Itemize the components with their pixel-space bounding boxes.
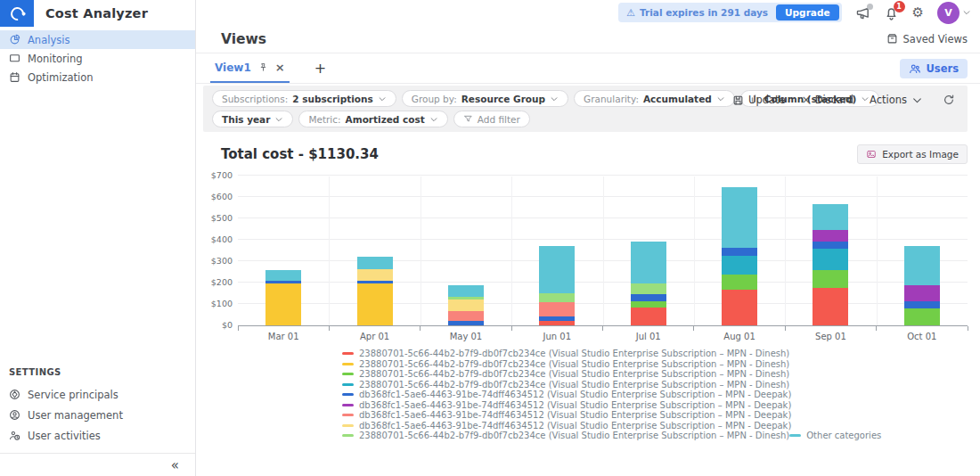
bar-segment[interactable] [265,270,301,281]
bar-segment[interactable] [904,301,940,308]
legend-item[interactable]: Other categories [789,431,881,440]
legend-item[interactable]: db368fc1-5ae6-4463-91be-74dff4634512 (Vi… [342,421,791,431]
saved-views-button[interactable]: Saved Views [886,33,968,45]
bar-segment[interactable] [813,249,848,270]
sidebar-item-analysis[interactable]: Analysis [0,30,195,49]
legend-label: db368fc1-5ae6-4463-91be-74dff4634512 (Vi… [359,390,791,399]
tab-view1[interactable]: View1 × [210,53,290,83]
legend-item[interactable]: db368fc1-5ae6-4463-91be-74dff4634512 (Vi… [342,400,791,410]
sidebar-item-label: User activities [28,430,101,442]
y-axis-tick-label: $400 [197,234,233,244]
funnel-icon [463,114,473,124]
legend-item[interactable]: 23880701-5c66-44b2-b7f9-db0f7cb234ce (Vi… [342,369,789,379]
bar-apr-01[interactable] [357,257,393,325]
discard-button[interactable]: × Discard [802,94,853,106]
bar-oct-01[interactable] [904,246,940,325]
sidebar-item-user-activities[interactable]: User activities [0,425,195,446]
bar-segment[interactable] [539,293,575,302]
sidebar-item-user-management[interactable]: User management [0,405,195,425]
bar-segment[interactable] [722,290,757,325]
legend-item[interactable]: 23880701-5c66-44b2-b7f9-db0f7cb234ce (Vi… [342,380,789,390]
sidebar-item-label: User management [28,409,123,422]
bar-aug-01[interactable] [722,187,757,325]
bar-segment[interactable] [813,230,848,242]
bar-mar-01[interactable] [265,270,301,325]
logo-row: Cost Analyzer [0,0,195,27]
upgrade-button[interactable]: Upgrade [776,4,838,21]
user-menu[interactable]: V [937,2,971,24]
legend-item[interactable]: 23880701-5c66-44b2-b7f9-db0f7cb234ce (Vi… [342,349,789,358]
legend-row: 23880701-5c66-44b2-b7f9-db0f7cb234ce (Vi… [342,369,980,380]
add-tab-button[interactable]: + [314,60,326,77]
sidebar-item-service-principals[interactable]: Service principals [0,384,195,405]
saved-views-icon [886,33,898,45]
legend-item[interactable]: db368fc1-5ae6-4463-91be-74dff4634512 (Vi… [342,390,791,399]
legend-row: 23880701-5c66-44b2-b7f9-db0f7cb234ce (Vi… [342,431,980,441]
bar-segment[interactable] [813,288,848,325]
update-button[interactable]: Update [732,94,786,106]
bar-segment[interactable] [448,285,484,297]
bar-segment[interactable] [448,321,484,325]
bar-segment[interactable] [631,308,666,325]
bar-segment[interactable] [813,242,848,249]
refresh-button[interactable] [943,94,955,106]
legend-row: db368fc1-5ae6-4463-91be-74dff4634512 (Vi… [342,410,980,421]
bar-segment[interactable] [631,283,666,294]
settings-gear-button[interactable]: ⚙ [912,6,924,20]
bar-segment[interactable] [631,294,666,302]
bar-segment[interactable] [722,256,757,275]
sidebar-item-label: Monitoring [28,53,83,65]
legend-color-dash [342,373,354,375]
chevron-down-icon [429,115,438,124]
bar-sep-01[interactable] [813,204,848,325]
bar-segment[interactable] [357,269,393,281]
legend-item[interactable]: 23880701-5c66-44b2-b7f9-db0f7cb234ce (Vi… [342,359,789,369]
x-axis-tick [238,326,239,331]
bar-segment[interactable] [539,246,575,292]
pill-value: 2 subscriptions [292,94,373,104]
bar-segment[interactable] [722,275,757,290]
legend-item[interactable]: 23880701-5c66-44b2-b7f9-db0f7cb234ce (Vi… [342,431,789,440]
bar-segment[interactable] [265,283,301,325]
export-image-button[interactable]: Export as Image [857,144,968,164]
sidebar-item-optimization[interactable]: Optimization [0,68,195,86]
bar-segment[interactable] [904,308,940,325]
bar-segment[interactable] [539,321,575,325]
legend-item[interactable]: db368fc1-5ae6-4463-91be-74dff4634512 (Vi… [342,410,791,420]
bar-may-01[interactable] [448,285,484,325]
users-button[interactable]: Users [900,59,968,78]
bar-segment[interactable] [448,300,484,311]
bar-segment[interactable] [448,311,484,321]
filter-row-2: This yearMetric:Amortized costAdd filter [212,111,959,127]
tab-close-button[interactable]: × [275,62,285,73]
filter-pill-subscriptions[interactable]: Subscriptions:2 subscriptions [212,90,396,107]
x-axis-tick [602,326,603,331]
sidebar-item-monitoring[interactable]: Monitoring [0,49,195,68]
bar-jul-01[interactable] [631,242,666,325]
bar-jun-01[interactable] [539,246,575,325]
announcements-button[interactable] [855,5,870,21]
bar-segment[interactable] [539,302,575,316]
filter-pill-metric[interactable]: Metric:Amortized cost [298,111,447,127]
bar-segment[interactable] [904,246,940,284]
bar-segment[interactable] [722,187,757,248]
bar-segment[interactable] [813,270,848,288]
bar-segment[interactable] [631,242,666,283]
filter-pill-granularity[interactable]: Granularity:Accumulated [574,90,735,107]
filter-pill-this-year[interactable]: This year [212,111,293,127]
avatar[interactable]: V [937,2,960,24]
x-axis-tick [511,326,512,331]
bar-segment[interactable] [357,283,393,325]
bar-segment[interactable] [904,285,940,301]
y-axis-tick-label: $200 [197,277,233,287]
filter-pill-group-by[interactable]: Group by:Resource Group [402,90,568,107]
bar-segment[interactable] [357,257,393,269]
collapse-sidebar-button[interactable]: « [171,457,179,473]
filter-pill-add-filter[interactable]: Add filter [453,111,530,127]
notifications-button[interactable]: 1 [884,5,899,21]
trial-banner: ⚠ Trial expires in 291 days Upgrade [618,3,841,22]
pin-icon[interactable] [258,62,268,72]
bar-segment[interactable] [722,248,757,256]
bar-segment[interactable] [813,204,848,231]
actions-dropdown[interactable]: Actions [870,94,923,106]
